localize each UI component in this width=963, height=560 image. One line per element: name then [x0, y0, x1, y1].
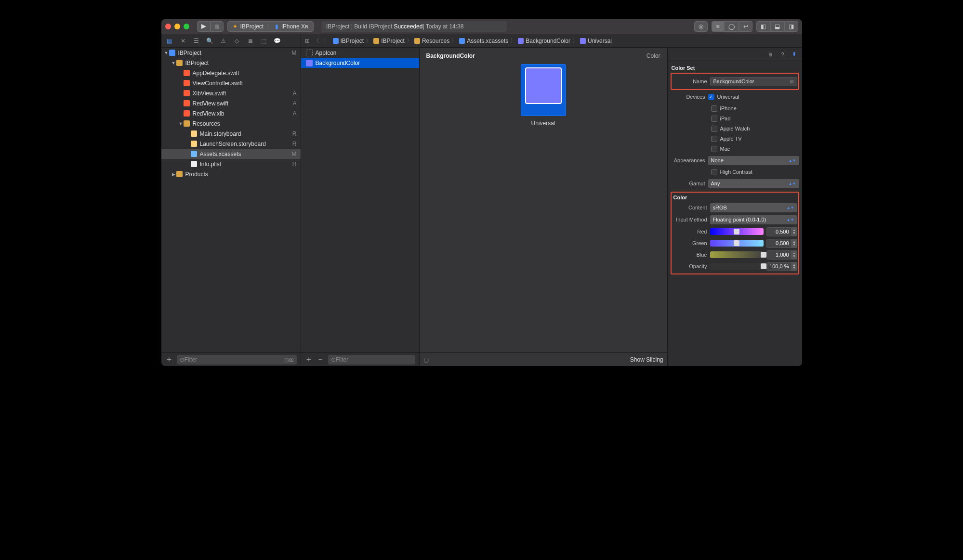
source-control-navigator-tab[interactable]: ✕	[180, 38, 186, 44]
show-slicing-button[interactable]: Show Slicing	[630, 356, 663, 363]
slider-knob[interactable]	[734, 240, 739, 246]
run-button[interactable]	[197, 21, 211, 32]
tree-row[interactable]: LaunchScreen.storyboardR	[161, 139, 301, 149]
history-forward-button[interactable]: 〉	[323, 37, 329, 45]
channel-value-green[interactable]: 0,500	[766, 239, 792, 248]
channel-stepper[interactable]: ▲▼	[792, 239, 797, 248]
scheme-selector[interactable]: ✦ IBProject 〉 ▮ iPhone Xʀ	[227, 21, 314, 32]
project-navigator-tab[interactable]: ▤	[166, 38, 173, 44]
file-inspector-tab[interactable]: 🗎	[768, 52, 773, 57]
tree-row[interactable]: ▼Resources	[161, 118, 301, 129]
disclosure-triangle[interactable]: ▼	[164, 51, 169, 55]
disclosure-triangle[interactable]: ▶	[171, 172, 176, 177]
color-well-selected[interactable]	[521, 64, 566, 116]
channel-slider-green[interactable]	[710, 240, 764, 247]
device-checkbox-universal[interactable]: ✓	[708, 94, 714, 100]
tree-row[interactable]: ▼IBProject	[161, 58, 301, 68]
channel-stepper[interactable]: ▲▼	[792, 227, 797, 236]
tree-row[interactable]: Main.storyboardR	[161, 129, 301, 139]
breadcrumb-item[interactable]: Resources	[414, 38, 449, 44]
toggle-inspector-button[interactable]: ◨	[784, 21, 798, 32]
tree-row[interactable]: Assets.xcassetsM	[161, 149, 301, 159]
asset-list-item[interactable]: AppIcon	[301, 48, 419, 58]
toggle-debug-button[interactable]: ⬓	[770, 21, 784, 32]
tree-item-label: AppDelegate.swift	[193, 70, 297, 77]
appearances-select[interactable]: None▲▼	[708, 156, 799, 165]
panel-toggle-group: ◧ ⬓ ◨	[756, 21, 798, 32]
quick-help-tab[interactable]: ?	[781, 52, 784, 57]
close-window-button[interactable]	[165, 24, 171, 29]
find-navigator-tab[interactable]: 🔍	[207, 38, 213, 44]
standard-editor-button[interactable]: ≡	[712, 21, 724, 32]
breakpoint-navigator-tab[interactable]: ⬚	[261, 38, 267, 44]
name-input[interactable]: BackgroundColor ⊗	[710, 77, 797, 86]
tree-row[interactable]: ViewController.swift	[161, 78, 301, 88]
channel-value-blue[interactable]: 1,000	[766, 250, 792, 260]
issue-navigator-tab[interactable]: ⚠	[220, 38, 227, 44]
channel-stepper[interactable]: ▲▼	[792, 262, 797, 271]
asset-item-label: AppIcon	[316, 50, 337, 56]
tree-row[interactable]: Info.plistR	[161, 159, 301, 169]
version-editor-button[interactable]: ↩	[739, 21, 752, 32]
asset-list-item[interactable]: BackgroundColor	[301, 58, 419, 68]
slider-knob[interactable]	[761, 252, 766, 258]
breadcrumb-item[interactable]: Assets.xcassets	[459, 38, 508, 44]
scm-filter-icon[interactable]: ⊠	[289, 356, 294, 363]
recent-filter-icon[interactable]: ◷	[284, 356, 289, 363]
channel-value-opacity[interactable]: 100,0 %	[766, 262, 792, 271]
breadcrumb-item[interactable]: Universal	[580, 38, 612, 44]
library-button[interactable]: ◎	[694, 21, 708, 32]
breadcrumb-item[interactable]: IBProject	[333, 38, 364, 44]
device-checkbox-apple-watch[interactable]	[711, 126, 717, 132]
device-checkbox-apple-tv[interactable]	[711, 136, 717, 142]
clear-icon[interactable]: ⊗	[790, 78, 794, 85]
asset-canvas: BackgroundColor Color Universal ▢ Show S…	[420, 48, 667, 366]
debug-navigator-tab[interactable]: ≣	[247, 38, 254, 44]
disclosure-triangle[interactable]: ▼	[179, 121, 183, 126]
input-method-select[interactable]: Floating point (0.0-1.0)▲▼	[710, 215, 797, 224]
slider-knob[interactable]	[734, 229, 739, 234]
gamut-select[interactable]: Any▲▼	[708, 179, 799, 188]
tree-row[interactable]: ▶Products	[161, 169, 301, 179]
tree-row[interactable]: XibView.swiftA	[161, 88, 301, 98]
device-checkbox-iphone[interactable]	[711, 105, 717, 112]
add-asset-button[interactable]: ＋	[305, 354, 313, 365]
symbol-navigator-tab[interactable]: ☰	[193, 38, 200, 44]
minimize-window-button[interactable]	[174, 24, 180, 29]
slider-knob[interactable]	[761, 263, 766, 269]
navigator-filter-input[interactable]: ⊙ Filter ◷ ⊠	[177, 355, 297, 365]
filter-placeholder: Filter	[185, 356, 198, 363]
related-items-button[interactable]: ⊞	[305, 38, 310, 44]
appicon-icon	[306, 50, 313, 56]
channel-slider-blue[interactable]	[710, 251, 764, 258]
device-checkbox-mac[interactable]	[711, 146, 717, 152]
high-contrast-checkbox[interactable]	[711, 169, 717, 175]
slicing-icon[interactable]: ▢	[423, 356, 429, 363]
tree-row[interactable]: AppDelegate.swift	[161, 68, 301, 78]
breadcrumb-item[interactable]: IBProject	[373, 38, 405, 44]
channel-slider-opacity[interactable]	[710, 263, 764, 270]
color-set-section-title: Color Set	[672, 65, 799, 71]
stop-button[interactable]	[211, 21, 224, 32]
tree-row[interactable]: ▼IBProjectM	[161, 48, 301, 58]
breadcrumb-item[interactable]: BackgroundColor	[518, 38, 570, 44]
attributes-inspector-tab[interactable]: ⬇	[792, 51, 796, 57]
report-navigator-tab[interactable]: 💬	[274, 38, 281, 44]
test-navigator-tab[interactable]: ◇	[234, 38, 240, 44]
channel-stepper[interactable]: ▲▼	[792, 250, 797, 260]
remove-asset-button[interactable]: －	[317, 354, 324, 365]
toggle-navigator-button[interactable]: ◧	[756, 21, 770, 32]
channel-slider-red[interactable]	[710, 228, 764, 235]
run-stop-group	[197, 21, 224, 32]
add-file-button[interactable]: ＋	[165, 354, 173, 365]
channel-value-red[interactable]: 0,500	[766, 227, 792, 236]
device-checkbox-ipad[interactable]	[711, 116, 717, 122]
content-select[interactable]: sRGB▲▼	[710, 203, 797, 212]
tree-row[interactable]: RedView.swiftA	[161, 98, 301, 108]
history-back-button[interactable]: 〈	[314, 37, 319, 45]
asset-filter-input[interactable]: ⊙ Filter	[328, 355, 415, 365]
zoom-window-button[interactable]	[184, 24, 189, 29]
tree-row[interactable]: RedView.xibA	[161, 108, 301, 118]
assistant-editor-button[interactable]: ◯	[724, 21, 739, 32]
disclosure-triangle[interactable]: ▼	[171, 61, 176, 65]
